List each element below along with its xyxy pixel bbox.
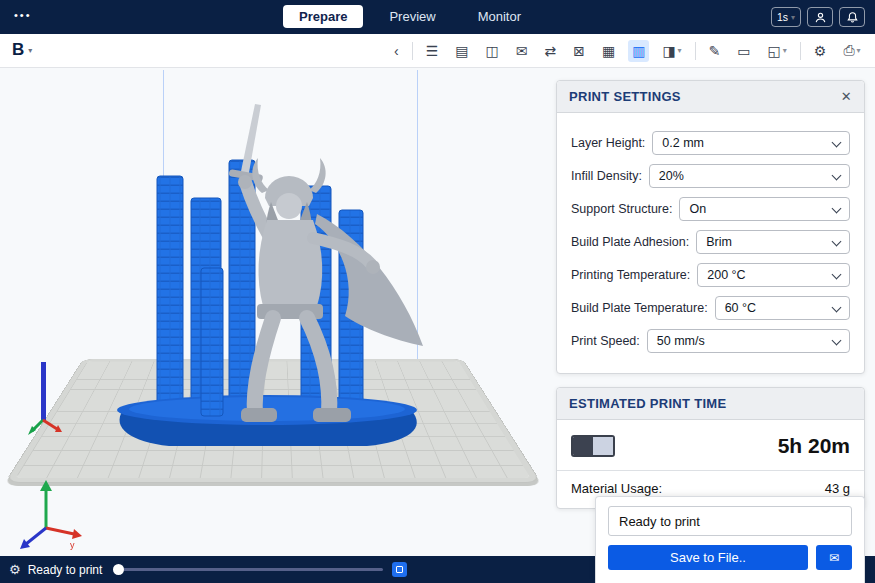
print-time-title: ESTIMATED PRINT TIME [569, 396, 726, 411]
print-time-header: ESTIMATED PRINT TIME [557, 388, 864, 420]
slider-knob[interactable] [113, 564, 124, 575]
material-swatch-light [593, 437, 613, 455]
layers-dropdown-button[interactable]: ◨ ▾ [658, 40, 685, 62]
chevron-down-icon: ▾ [791, 13, 795, 22]
material-swatch-dark [573, 437, 593, 455]
layer-height-value: 0.2 mm [662, 136, 704, 150]
output-actions-row: Save to File.. ✉ [608, 545, 852, 570]
setting-row: Support Structure: On [571, 197, 850, 221]
print-speed-value: 50 mm/s [657, 334, 705, 348]
print-settings-panel: PRINT SETTINGS ✕ Layer Height: 0.2 mm In… [556, 80, 865, 374]
layer-slider[interactable] [115, 568, 383, 571]
slice-view-icon[interactable]: ▥ [628, 40, 649, 62]
build-plate-adhesion-label: Build Plate Adhesion: [571, 235, 689, 249]
chevron-down-icon: ▾ [28, 46, 32, 55]
save-to-file-button[interactable]: Save to File.. [608, 545, 808, 570]
layers-icon: ◨ [662, 43, 675, 59]
output-status-text: Ready to print [619, 514, 700, 529]
chevron-down-icon [832, 138, 842, 148]
plate-icon [396, 566, 403, 573]
print-settings-title: PRINT SETTINGS [569, 89, 681, 104]
setting-row: Build Plate Temperature: 60 °C [571, 296, 850, 320]
menu-lines-icon[interactable]: ☰ [422, 40, 443, 62]
estimated-time-value: 5h 20m [778, 434, 850, 458]
printing-temperature-value: 200 °C [707, 268, 745, 282]
chevron-down-icon [832, 303, 842, 313]
output-status-box: Ready to print [608, 506, 852, 536]
build-plate-adhesion-select[interactable]: Brim [696, 230, 850, 254]
calendar-icon[interactable]: ▦ [598, 40, 619, 62]
chevron-down-icon: ▾ [678, 46, 682, 55]
settings-gear-icon[interactable]: ⚙ [9, 562, 21, 577]
tab-prepare[interactable]: Prepare [283, 5, 363, 28]
printing-temperature-select[interactable]: 200 °C [697, 263, 850, 287]
screen-icon[interactable]: ◫ [481, 40, 502, 62]
send-button[interactable]: ✉ [816, 545, 852, 570]
print-time-body: 5h 20m [557, 420, 864, 470]
orientation-axis-gizmo: y [12, 476, 88, 552]
collapse-toolbar-button[interactable]: ‹ [390, 40, 403, 62]
toolbar-divider [412, 42, 413, 60]
build-plate-temperature-select[interactable]: 60 °C [715, 296, 850, 320]
support-structure-value: On [689, 202, 706, 216]
marker-icon[interactable]: ✎ [705, 40, 725, 62]
printer-dropdown-button[interactable]: ⎙ ▾ [839, 39, 864, 62]
build-plate-adhesion-value: Brim [706, 235, 732, 249]
slicer-app: ••• Prepare Preview Monitor 1s ▾ [0, 0, 875, 583]
account-button[interactable] [807, 7, 833, 27]
print-speed-select[interactable]: 50 mm/s [647, 329, 850, 353]
notifications-button[interactable] [839, 7, 865, 27]
chevron-down-icon: ▾ [783, 46, 787, 55]
layer-height-select[interactable]: 0.2 mm [652, 131, 850, 155]
mail-icon[interactable]: ✉ [512, 40, 532, 62]
chevron-down-icon: ▾ [857, 46, 861, 55]
infill-density-select[interactable]: 20% [649, 164, 850, 188]
print-settings-body: Layer Height: 0.2 mm Infill Density: 20%… [557, 113, 864, 373]
support-structure-label: Support Structure: [571, 202, 672, 216]
comment-icon[interactable]: ▭ [733, 40, 754, 62]
layer-height-label: Layer Height: [571, 136, 645, 150]
tab-monitor[interactable]: Monitor [462, 5, 537, 28]
plate-axis-gizmo [26, 360, 66, 440]
move-icon[interactable]: ⇄ [540, 40, 560, 62]
chevron-down-icon [832, 204, 842, 214]
print-settings-header: PRINT SETTINGS ✕ [557, 81, 864, 113]
tab-preview[interactable]: Preview [373, 5, 451, 28]
print-time-panel: ESTIMATED PRINT TIME 5h 20m Material Usa… [556, 387, 865, 509]
top-bar: ••• Prepare Preview Monitor 1s ▾ [0, 0, 875, 34]
toolbar-divider [800, 42, 801, 60]
toolbar-divider [695, 42, 696, 60]
close-icon[interactable]: ✕ [841, 89, 852, 104]
chevron-down-icon [832, 171, 842, 181]
setting-row: Build Plate Adhesion: Brim [571, 230, 850, 254]
settings-gear-icon[interactable]: ⚙ [810, 40, 831, 62]
windows-dropdown-button[interactable]: ◱ ▾ [764, 40, 791, 62]
topbar-actions: 1s ▾ [771, 7, 865, 27]
support-structure-select[interactable]: On [679, 197, 850, 221]
lock-icon[interactable]: ⊠ [569, 40, 589, 62]
printing-temperature-label: Printing Temperature: [571, 268, 690, 282]
printer-menu[interactable]: B ▾ [12, 40, 32, 60]
windows-icon: ◱ [768, 43, 781, 59]
setting-row: Print Speed: 50 mm/s [571, 329, 850, 353]
app-menu-icon[interactable]: ••• [14, 9, 32, 21]
material-color-swatch [571, 435, 615, 457]
printer-select-button[interactable]: 1s ▾ [771, 7, 801, 27]
model-figurine[interactable] [105, 98, 455, 453]
bell-icon [846, 11, 859, 24]
setting-row: Infill Density: 20% [571, 164, 850, 188]
printer-select-label: 1s [777, 11, 788, 23]
app-logo: B [12, 40, 24, 60]
chevron-down-icon [832, 336, 842, 346]
output-panel: Ready to print Save to File.. ✉ [595, 496, 865, 583]
toolbar-icons: ‹ ☰ ▤ ◫ ✉ ⇄ ⊠ ▦ ▥ ◨ ▾ ✎ ▭ ◱ ▾ ⚙ ⎙ [390, 34, 865, 67]
time-row: 5h 20m [571, 430, 850, 470]
display-icon[interactable]: ▤ [451, 40, 472, 62]
material-usage-value: 43 g [825, 481, 850, 496]
material-usage-label: Material Usage: [571, 481, 662, 496]
print-speed-label: Print Speed: [571, 334, 640, 348]
axis-label: y [70, 540, 75, 550]
build-plate-temperature-value: 60 °C [725, 301, 756, 315]
printer-icon: ⎙ [843, 42, 854, 59]
build-plate-chip[interactable] [392, 562, 407, 577]
